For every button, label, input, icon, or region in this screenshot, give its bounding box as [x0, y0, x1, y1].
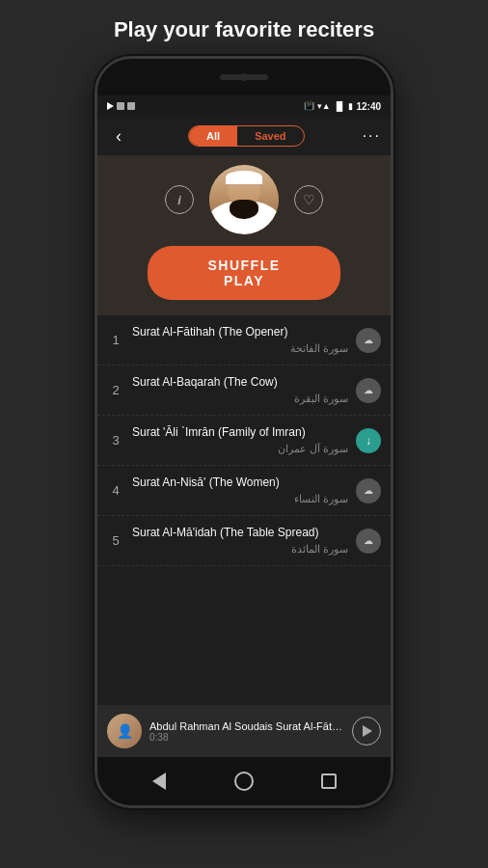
sura-names-1: Surat Al-Fātihah (The Opener) سورة الفات… — [124, 325, 356, 355]
reciter-avatar-wrapper: i ♡ — [165, 165, 323, 234]
downloaded-icon-3: ↓ — [366, 434, 371, 448]
sura-action-1[interactable]: ☁ — [356, 328, 381, 353]
sura-names-3: Surat 'Āli `Imrān (Family of Imran) سورة… — [124, 425, 356, 455]
shuffle-play-button[interactable]: SHUFFLE PLAY — [148, 246, 340, 300]
status-right: 📳 ▾▲ ▐▌ ▮ 12:40 — [304, 101, 381, 112]
sura-item-5[interactable]: 5 Surat Al-Mā'idah (The Table Spread) سو… — [97, 516, 391, 566]
sura-name-ar-5: سورة المائدة — [132, 543, 348, 556]
recents-nav-icon — [321, 773, 337, 789]
np-time: 0:38 — [149, 732, 344, 743]
sura-name-en-5: Surat Al-Mā'idah (The Table Spread) — [132, 526, 348, 541]
tab-saved[interactable]: Saved — [237, 126, 303, 146]
avatar-beard — [230, 200, 258, 219]
phone-frame: 📳 ▾▲ ▐▌ ▮ 12:40 ‹ All Saved ··· i — [95, 56, 393, 808]
more-button[interactable]: ··· — [363, 127, 381, 145]
home-nav-icon — [234, 772, 254, 791]
np-info: Abdul Rahman Al Soudais Surat Al-Fātihah… — [149, 720, 344, 743]
sura-item-2[interactable]: 2 Surat Al-Baqarah (The Cow) سورة البقرة… — [97, 366, 391, 416]
np-play-arrow-icon — [363, 725, 372, 737]
sura-action-4[interactable]: ☁ — [356, 478, 381, 503]
vibrate-icon: 📳 — [304, 101, 314, 111]
sura-names-5: Surat Al-Mā'idah (The Table Spread) سورة… — [124, 526, 356, 556]
sura-number-3: 3 — [107, 433, 124, 448]
signal-icon: ▐▌ — [334, 101, 346, 111]
sura-name-en-4: Surat An-Nisā' (The Women) — [132, 475, 348, 491]
page-title-text: Play your favorite reciters — [95, 0, 393, 56]
sura-number-2: 2 — [107, 383, 124, 397]
speaker — [220, 74, 268, 80]
cloud-icon-1: ☁ — [364, 335, 373, 345]
nav-home-button[interactable] — [230, 768, 258, 795]
back-nav-icon — [152, 773, 166, 790]
cloud-icon-2: ☁ — [364, 385, 373, 395]
phone-bottom-nav — [97, 757, 391, 805]
reciter-section: i ♡ SHUFFLE PLAY — [97, 155, 391, 315]
app-screen: ‹ All Saved ··· i — [97, 117, 391, 757]
status-time: 12:40 — [356, 101, 381, 112]
back-button[interactable]: ‹ — [107, 124, 130, 148]
sura-name-en-2: Surat Al-Baqarah (The Cow) — [132, 375, 348, 391]
notif-icon-1 — [117, 102, 124, 110]
tab-group: All Saved — [188, 125, 304, 147]
reciter-avatar — [209, 165, 279, 234]
app-header: ‹ All Saved ··· — [97, 117, 391, 155]
sura-names-2: Surat Al-Baqarah (The Cow) سورة البقرة — [124, 375, 356, 405]
info-button[interactable]: i — [165, 185, 194, 214]
sura-item-1[interactable]: 1 Surat Al-Fātihah (The Opener) سورة الف… — [97, 315, 391, 366]
sura-list: 1 Surat Al-Fātihah (The Opener) سورة الف… — [97, 315, 391, 705]
cloud-icon-4: ☁ — [364, 485, 373, 496]
avatar-hat — [226, 171, 262, 184]
favorite-button[interactable]: ♡ — [294, 185, 323, 214]
sura-name-ar-2: سورة البقرة — [132, 393, 348, 405]
sura-number-5: 5 — [107, 533, 124, 548]
sura-number-1: 1 — [107, 333, 124, 347]
np-avatar-icon: 👤 — [117, 723, 133, 739]
np-title: Abdul Rahman Al Soudais Surat Al-Fātihah… — [149, 720, 344, 732]
sura-action-2[interactable]: ☁ — [356, 378, 381, 403]
notif-icon-2 — [127, 102, 135, 110]
notification-icons — [107, 102, 135, 110]
sura-action-5[interactable]: ☁ — [356, 529, 381, 554]
nav-back-button[interactable] — [146, 768, 173, 795]
tab-all[interactable]: All — [189, 126, 237, 146]
np-play-button[interactable] — [352, 717, 381, 746]
sura-name-en-1: Surat Al-Fātihah (The Opener) — [132, 325, 348, 340]
nav-recents-button[interactable] — [315, 768, 342, 795]
sura-number-4: 4 — [107, 483, 124, 498]
cloud-icon-5: ☁ — [364, 535, 373, 546]
sura-item-3[interactable]: 3 Surat 'Āli `Imrān (Family of Imran) سو… — [97, 416, 391, 466]
now-playing-bar: 👤 Abdul Rahman Al Soudais Surat Al-Fātih… — [97, 705, 391, 757]
sura-names-4: Surat An-Nisā' (The Women) سورة النساء — [124, 475, 356, 505]
status-bar: 📳 ▾▲ ▐▌ ▮ 12:40 — [97, 95, 391, 117]
sura-name-ar-4: سورة النساء — [132, 493, 348, 505]
sura-item-4[interactable]: 4 Surat An-Nisā' (The Women) سورة النساء… — [97, 466, 391, 516]
play-status-icon — [107, 102, 114, 110]
np-avatar: 👤 — [107, 714, 142, 748]
sura-action-3[interactable]: ↓ — [356, 428, 381, 453]
sura-name-ar-1: سورة الفاتحة — [132, 342, 348, 355]
wifi-icon: ▾▲ — [317, 101, 331, 111]
sura-name-ar-3: سورة آل عمران — [132, 443, 348, 455]
battery-icon: ▮ — [348, 101, 353, 111]
phone-top-bezel — [97, 59, 391, 95]
sura-name-en-3: Surat 'Āli `Imrān (Family of Imran) — [132, 425, 348, 441]
